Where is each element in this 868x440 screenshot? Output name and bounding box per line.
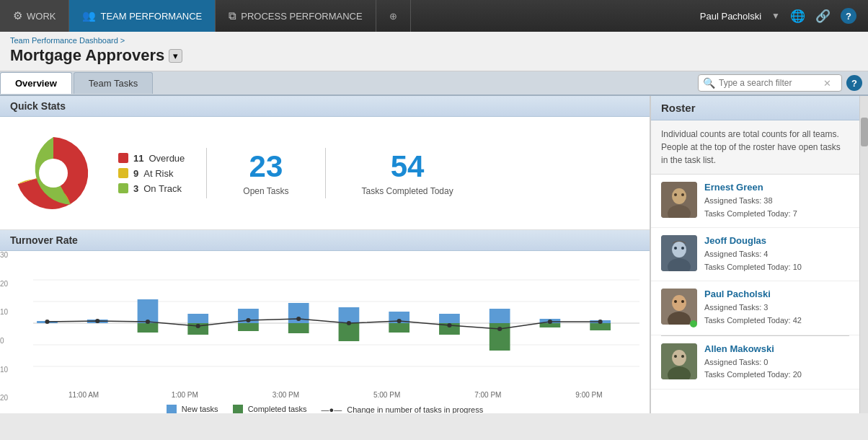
clear-search-icon[interactable]: ✕: [823, 78, 831, 89]
turnover-section: Turnover Rate 30 20 10 0 10 20 30: [0, 230, 650, 413]
svg-rect-28: [389, 323, 409, 333]
nav-team-performance[interactable]: 👥 TEAM PERFORMANCE: [69, 0, 216, 32]
roster-stats-ernest-green: Assigned Tasks: 38 Tasks Completed Today…: [704, 195, 849, 220]
online-indicator-paul: [690, 320, 697, 327]
top-nav: ⚙ WORK 👥 TEAM PERFORMANCE ⧉ PROCESS PERF…: [0, 0, 868, 32]
y-axis: 30 20 10 0 10 20 30: [0, 251, 20, 413]
content-area: Quick Stats: [0, 96, 650, 413]
roster-info-jeoff-douglas: Jeoff Douglas Assigned Tasks: 4 Tasks Co…: [704, 235, 849, 273]
search-help-icon[interactable]: ?: [846, 75, 862, 91]
user-name[interactable]: Paul Pacholski: [700, 11, 761, 22]
svg-point-0: [39, 159, 68, 188]
nav-add[interactable]: ⊕: [376, 0, 411, 32]
legend-at-risk: 9 At Risk: [118, 168, 185, 179]
scrollbar-thumb[interactable]: [861, 118, 868, 146]
svg-rect-22: [288, 323, 309, 333]
tab-team-tasks[interactable]: Team Tasks: [74, 72, 153, 94]
tab-overview[interactable]: Overview: [0, 72, 72, 94]
svg-point-48: [672, 242, 686, 258]
svg-point-43: [672, 188, 686, 204]
title-bar: Team Performance Dashboard > Mortgage Ap…: [0, 32, 868, 71]
completed-tasks-legend-label: Completed tasks: [248, 405, 307, 413]
quick-stats-body: 11 Overdue 9 At Risk 3 On Track 23 Op: [0, 117, 650, 230]
nav-work-label: WORK: [27, 11, 56, 22]
roster-stats-jeoff-douglas: Assigned Tasks: 4 Tasks Completed Today:…: [704, 248, 849, 273]
link-icon[interactable]: 🔗: [815, 9, 831, 24]
search-box: 🔍 ✕: [698, 74, 842, 92]
legend-on-track: 3 On Track: [118, 183, 185, 194]
roster-name-ernest-green[interactable]: Ernest Green: [704, 182, 849, 193]
roster-stats-allen-makowski: Assigned Tasks: 0 Tasks Completed Today:…: [704, 356, 849, 382]
svg-point-60: [674, 355, 677, 358]
on-track-dot: [118, 183, 128, 193]
page-title-text: Mortgage Approvers: [10, 46, 164, 65]
search-input[interactable]: [719, 78, 820, 88]
svg-rect-19: [238, 323, 259, 331]
roster-stats-paul-pacholski: Assigned Tasks: 3 Tasks Completed Today:…: [704, 302, 849, 327]
on-track-count: 3: [133, 183, 138, 194]
tab-bar: Overview Team Tasks: [0, 72, 154, 94]
on-track-label: On Track: [143, 183, 182, 194]
nav-work[interactable]: ⚙ WORK: [0, 0, 69, 32]
add-icon: ⊕: [389, 11, 397, 22]
roster-info-paul-pacholski: Paul Pacholski Assigned Tasks: 3 Tasks C…: [704, 289, 849, 327]
roster-item-paul-pacholski: Paul Pacholski Assigned Tasks: 3 Tasks C…: [651, 281, 859, 335]
at-risk-count: 9: [133, 168, 138, 179]
svg-point-46: [681, 193, 684, 196]
tab-overview-label: Overview: [15, 78, 57, 89]
turnover-header: Turnover Rate: [0, 230, 650, 251]
avatar-jeoff-douglas: [661, 235, 697, 271]
roster-panel: Roster Individual counts are total count…: [650, 96, 859, 413]
chart-svg: [33, 258, 639, 388]
overdue-count: 11: [133, 153, 143, 164]
completed-tasks-legend-box: [233, 405, 243, 413]
chart-legend: New tasks Completed tasks —●— Change in …: [10, 399, 639, 413]
completed-today-value: 54: [362, 150, 453, 183]
stat-legend: 11 Overdue 9 At Risk 3 On Track: [118, 153, 185, 194]
at-risk-label: At Risk: [143, 168, 173, 179]
svg-rect-13: [138, 323, 159, 333]
stat-divider-2: [325, 148, 326, 198]
roster-notice: Individual counts are total counts for a…: [651, 120, 859, 175]
breadcrumb-link[interactable]: Team Performance Dashboard >: [10, 36, 125, 45]
roster-name-jeoff-douglas[interactable]: Jeoff Douglas: [704, 235, 849, 246]
change-legend-icon: —●—: [322, 405, 342, 413]
turnover-title: Turnover Rate: [10, 234, 78, 246]
svg-point-45: [674, 193, 677, 196]
roster-item-allen-makowski: Allen Makowski Assigned Tasks: 0 Tasks C…: [651, 336, 859, 390]
tab-team-tasks-label: Team Tasks: [89, 78, 138, 89]
open-tasks-label: Open Tasks: [243, 186, 288, 196]
globe-icon[interactable]: 🌐: [790, 9, 805, 24]
team-icon: 👥: [82, 9, 96, 22]
svg-point-53: [672, 295, 686, 311]
svg-rect-24: [339, 307, 360, 323]
svg-point-51: [681, 247, 684, 250]
at-risk-dot: [118, 168, 128, 178]
quick-stats-title: Quick Stats: [10, 100, 66, 112]
quick-stats-header: Quick Stats: [0, 96, 650, 117]
svg-point-56: [681, 300, 684, 303]
search-icon: 🔍: [703, 77, 715, 89]
help-icon[interactable]: ?: [841, 8, 856, 24]
avatar-paul-pacholski: [661, 289, 697, 325]
search-area: 🔍 ✕ ?: [692, 71, 868, 94]
completed-today-stat: 54 Tasks Completed Today: [347, 150, 468, 196]
svg-point-55: [674, 300, 677, 303]
roster-notice-text: Individual counts are total counts for a…: [661, 129, 841, 165]
nav-process-performance[interactable]: ⧉ PROCESS PERFORMANCE: [216, 0, 376, 32]
avatar-allen-makowski: [661, 343, 697, 379]
svg-rect-40: [590, 323, 611, 330]
nav-process-label: PROCESS PERFORMANCE: [241, 11, 362, 22]
roster-name-paul-pacholski[interactable]: Paul Pacholski: [704, 289, 849, 299]
svg-rect-30: [439, 314, 460, 323]
roster-scrollbar[interactable]: [859, 96, 868, 413]
svg-point-61: [681, 355, 684, 358]
roster-sidebar-wrapper: Roster Individual counts are total count…: [650, 96, 868, 413]
overdue-label: Overdue: [149, 153, 185, 164]
svg-point-50: [674, 247, 677, 250]
svg-point-58: [672, 350, 686, 366]
roster-name-allen-makowski[interactable]: Allen Makowski: [704, 343, 849, 354]
avatar-ernest-green: [661, 182, 697, 218]
title-dropdown-button[interactable]: ▾: [169, 49, 182, 63]
user-dropdown-icon[interactable]: ▼: [771, 11, 780, 21]
